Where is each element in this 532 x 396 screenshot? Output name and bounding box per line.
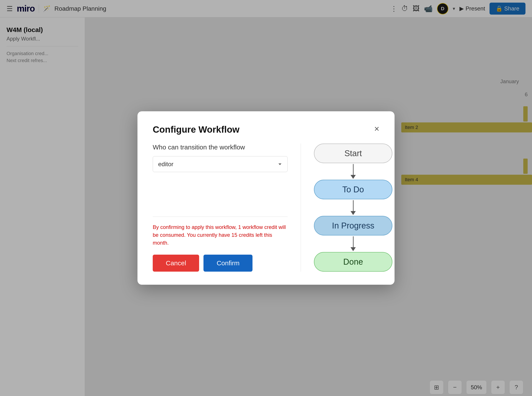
workflow-node-done-label: Done xyxy=(343,257,363,267)
modal-actions: Cancel Confirm xyxy=(153,255,287,272)
modal-body: Who can transition the workflow editor a… xyxy=(153,144,379,272)
modal-divider xyxy=(153,216,287,217)
workflow-diagram: Start To Do In Progress xyxy=(314,144,392,272)
cancel-button[interactable]: Cancel xyxy=(153,255,199,272)
modal-header: Configure Workflow × xyxy=(153,124,379,135)
arrow-head-1 xyxy=(351,175,356,179)
arrow-line-1 xyxy=(353,164,354,175)
confirm-button[interactable]: Confirm xyxy=(204,255,252,272)
modal-left-panel: Who can transition the workflow editor a… xyxy=(153,144,301,272)
workflow-node-inprogress-label: In Progress xyxy=(332,221,374,230)
modal-close-button[interactable]: × xyxy=(374,124,379,133)
arrow-line-3 xyxy=(353,236,354,247)
modal-spacer xyxy=(153,172,287,210)
transition-question: Who can transition the workflow xyxy=(153,144,287,151)
arrow-head-3 xyxy=(351,247,356,251)
modal-title: Configure Workflow xyxy=(153,124,240,135)
workflow-arrow-3 xyxy=(351,236,356,251)
workflow-node-done: Done xyxy=(314,252,392,272)
modal-warning-text: By confirming to apply this workflow, 1 … xyxy=(153,223,287,247)
workflow-node-start-label: Start xyxy=(345,149,362,158)
workflow-arrow-1 xyxy=(351,164,356,179)
transition-select[interactable]: editor admin viewer xyxy=(153,156,287,172)
workflow-node-start: Start xyxy=(314,144,392,163)
workflow-node-todo-label: To Do xyxy=(342,185,364,194)
modal-right-panel: Start To Do In Progress xyxy=(301,144,392,272)
configure-workflow-modal: Configure Workflow × Who can transition … xyxy=(137,111,395,285)
workflow-node-todo: To Do xyxy=(314,180,392,199)
arrow-line-2 xyxy=(353,200,354,211)
workflow-arrow-2 xyxy=(351,200,356,215)
arrow-head-2 xyxy=(351,211,356,215)
workflow-node-inprogress: In Progress xyxy=(314,216,392,235)
